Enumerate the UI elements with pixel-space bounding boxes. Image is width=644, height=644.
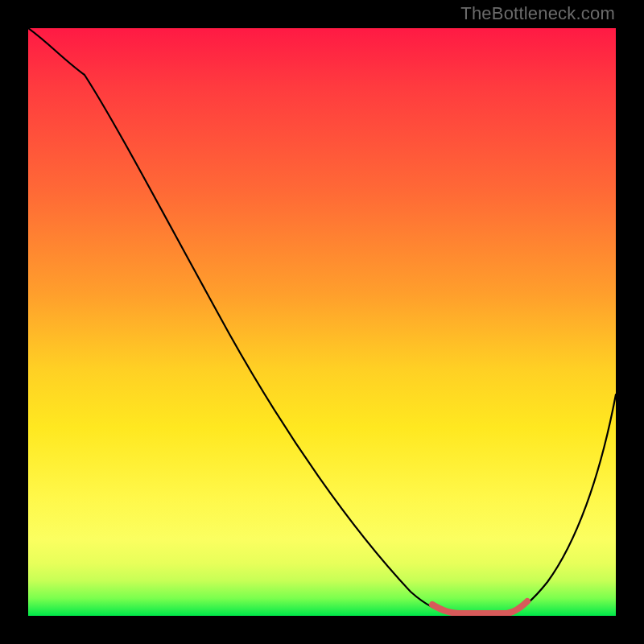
- plot-area: [28, 28, 616, 616]
- watermark-label: TheBottleneck.com: [460, 3, 615, 24]
- highlight-segment: [432, 601, 527, 613]
- bottleneck-curve: [28, 28, 616, 616]
- curve-path: [28, 28, 616, 613]
- chart-frame: TheBottleneck.com: [0, 0, 644, 644]
